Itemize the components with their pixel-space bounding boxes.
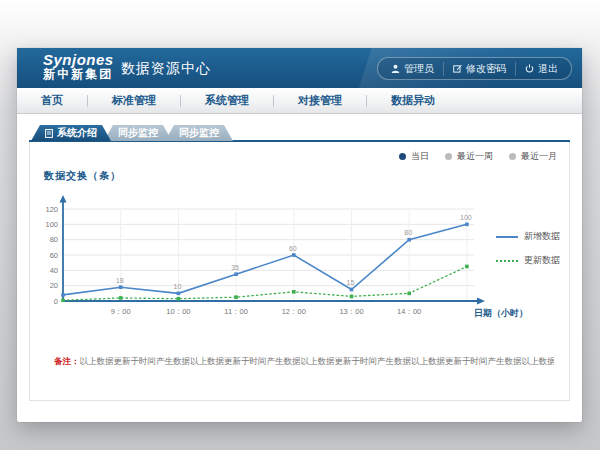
brand-logo-line1: Synjones <box>43 52 114 68</box>
nav-item-integration-management[interactable]: 对接管理 <box>274 93 366 108</box>
footnote-prefix: 备注： <box>54 356 80 366</box>
change-password-label: 修改密码 <box>466 62 506 76</box>
change-password-button[interactable]: 修改密码 <box>443 62 515 76</box>
x-tick-label: 14：00 <box>397 307 421 316</box>
footnote: 备注：以上数据更新于时间产生数据以上数据更新于时间产生数据以上数据更新于时间产生… <box>54 356 554 368</box>
x-tick-label: 13：00 <box>339 307 363 316</box>
document-icon <box>45 129 53 138</box>
logout-button[interactable]: 退出 <box>515 62 567 76</box>
legend-line-dotted-icon <box>496 260 518 262</box>
footnote-text: 以上数据更新于时间产生数据以上数据更新于时间产生数据以上数据更新于时间产生数据以… <box>80 356 555 366</box>
user-menu: 管理员 修改密码 退出 <box>377 57 572 80</box>
data-point-marker <box>292 290 296 294</box>
x-tick-label: 10：00 <box>166 307 190 316</box>
data-point-marker <box>177 297 181 301</box>
data-point-marker <box>234 272 238 276</box>
data-point-label: 35 <box>231 264 239 271</box>
x-tick-label: 12：00 <box>282 307 306 316</box>
data-point-marker <box>61 293 65 297</box>
user-icon <box>391 64 400 73</box>
tab-label: 同步监控 <box>118 126 158 140</box>
app-header: Synjones 新中新集团 数据资源中心 管理员 修改密码 退出 <box>17 48 582 88</box>
data-point-marker <box>350 288 354 292</box>
data-point-label: 80 <box>404 229 412 236</box>
data-point-marker <box>119 296 123 300</box>
main-nav: 首页 标准管理 系统管理 对接管理 数据异动 <box>17 88 582 114</box>
x-axis-title: 日期（小时） <box>474 308 528 318</box>
y-axis-arrow-icon <box>60 195 67 203</box>
chart-legend: 新增数据 更新数据 <box>496 230 560 267</box>
y-tick-label: 100 <box>45 220 58 229</box>
data-point-label: 15 <box>347 279 355 286</box>
data-point-marker <box>61 298 65 302</box>
data-point-marker <box>465 265 469 269</box>
data-point-marker <box>407 238 411 242</box>
data-point-marker <box>119 285 123 289</box>
y-tick-label: 20 <box>50 281 58 290</box>
nav-item-system-management[interactable]: 系统管理 <box>181 93 273 108</box>
power-icon <box>525 64 534 73</box>
data-point-label: 18 <box>116 277 124 284</box>
data-point-label: 60 <box>289 245 297 252</box>
user-menu-username[interactable]: 管理员 <box>382 62 443 76</box>
nav-item-standard-management[interactable]: 标准管理 <box>88 93 180 108</box>
data-point-marker <box>177 292 181 296</box>
app-window: Synjones 新中新集团 数据资源中心 管理员 修改密码 退出 首页 标准管… <box>17 48 582 422</box>
y-tick-label: 120 <box>45 205 58 214</box>
data-point-label: 100 <box>460 214 472 221</box>
data-point-marker <box>465 223 469 227</box>
legend-item-new-data[interactable]: 新增数据 <box>496 230 560 243</box>
edit-icon <box>453 64 462 73</box>
tab-system-intro[interactable]: 系统介绍 <box>31 125 111 141</box>
nav-item-home[interactable]: 首页 <box>17 93 87 108</box>
data-point-marker <box>234 295 238 299</box>
tab-bar: 系统介绍 同步监控 同步监控 <box>31 125 233 141</box>
y-tick-label: 40 <box>50 266 58 275</box>
tab-sync-monitor-1[interactable]: 同步监控 <box>104 125 172 141</box>
data-point-marker <box>292 253 296 257</box>
chart-panel: 当日 最近一周 最近一月 数据交换（条） 0204060801001209：00… <box>29 142 570 401</box>
legend-label: 新增数据 <box>524 230 560 243</box>
page-title: 数据资源中心 <box>121 60 211 78</box>
data-point-label: 10 <box>174 283 182 290</box>
logout-label: 退出 <box>538 62 558 76</box>
x-axis-arrow-icon <box>477 298 485 305</box>
tab-sync-monitor-2[interactable]: 同步监控 <box>165 125 233 141</box>
user-menu-username-label: 管理员 <box>404 62 434 76</box>
x-tick-label: 9：00 <box>111 307 131 316</box>
tab-label: 系统介绍 <box>57 126 97 140</box>
y-tick-label: 80 <box>50 235 58 244</box>
data-point-marker <box>407 292 411 296</box>
tab-label: 同步监控 <box>179 126 219 140</box>
x-tick-label: 11：00 <box>224 307 248 316</box>
brand-logo-line2: 新中新集团 <box>43 68 114 81</box>
legend-label: 更新数据 <box>524 254 560 267</box>
y-tick-label: 60 <box>50 251 58 260</box>
legend-line-solid-icon <box>496 236 518 238</box>
brand-logo[interactable]: Synjones 新中新集团 <box>43 52 114 80</box>
y-tick-label: 0 <box>54 297 58 306</box>
legend-item-updated-data[interactable]: 更新数据 <box>496 254 560 267</box>
nav-item-data-change[interactable]: 数据异动 <box>367 93 459 108</box>
data-point-marker <box>350 295 354 299</box>
